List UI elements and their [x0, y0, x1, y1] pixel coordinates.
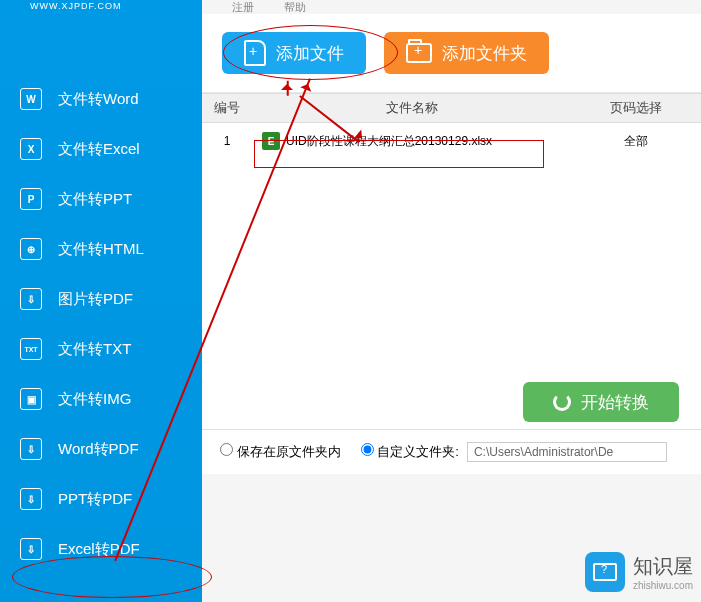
sidebar-item-label: 文件转IMG: [58, 390, 131, 409]
document-plus-icon: [244, 40, 266, 66]
menu-strip: 注册 帮助: [202, 0, 701, 14]
file-table: 编号 文件名称 页码选择 1 E UID阶段性课程大纲汇总20130129.xl…: [202, 93, 701, 159]
pdf-icon: ⇩: [20, 538, 42, 560]
pdf-icon: ⇩: [20, 288, 42, 310]
sidebar-item-label: 文件转Excel: [58, 140, 140, 159]
sidebar-item-label: 文件转Word: [58, 90, 139, 109]
txt-icon: TXT: [20, 338, 42, 360]
add-file-label: 添加文件: [276, 42, 344, 65]
header-url: WWW.XJPDF.COM: [30, 1, 122, 11]
pdf-icon: ⇩: [20, 438, 42, 460]
col-header-page: 页码选择: [571, 99, 701, 117]
sidebar-item-label: 文件转TXT: [58, 340, 131, 359]
sidebar-item-file-to-word[interactable]: W 文件转Word: [0, 74, 202, 124]
word-icon: W: [20, 88, 42, 110]
sidebar-item-ppt-to-pdf[interactable]: ⇩ PPT转PDF: [0, 474, 202, 524]
sidebar-item-file-to-ppt[interactable]: P 文件转PPT: [0, 174, 202, 224]
folder-plus-icon: [406, 43, 432, 63]
cell-page: 全部: [571, 133, 701, 150]
sidebar-item-image-to-pdf[interactable]: ⇩ 图片转PDF: [0, 274, 202, 324]
cell-filename: E UID阶段性课程大纲汇总20130129.xlsx: [252, 132, 571, 150]
sidebar-item-excel-to-pdf[interactable]: ⇩ Excel转PDF: [0, 524, 202, 574]
save-original-radio[interactable]: 保存在原文件夹内: [220, 443, 341, 461]
sidebar-item-word-to-pdf[interactable]: ⇩ Word转PDF: [0, 424, 202, 474]
sidebar-item-label: 文件转HTML: [58, 240, 144, 259]
sidebar-item-label: Word转PDF: [58, 440, 139, 459]
refresh-icon: [553, 393, 571, 411]
sidebar-item-label: 文件转PPT: [58, 190, 132, 209]
toolbar: 添加文件 添加文件夹: [202, 14, 701, 93]
sidebar-item-label: 图片转PDF: [58, 290, 133, 309]
ppt-icon: P: [20, 188, 42, 210]
sidebar: W 文件转Word X 文件转Excel P 文件转PPT ⊕ 文件转HTML …: [0, 14, 202, 602]
watermark-sub: zhishiwu.com: [633, 580, 693, 591]
add-folder-label: 添加文件夹: [442, 42, 527, 65]
watermark-badge-icon: [585, 552, 625, 592]
sidebar-item-file-to-img[interactable]: ▣ 文件转IMG: [0, 374, 202, 424]
start-label: 开始转换: [581, 391, 649, 414]
html-icon: ⊕: [20, 238, 42, 260]
pdf-icon: ⇩: [20, 488, 42, 510]
menu-help[interactable]: 帮助: [284, 0, 306, 15]
add-file-button[interactable]: 添加文件: [222, 32, 366, 74]
sidebar-item-label: PPT转PDF: [58, 490, 132, 509]
sidebar-item-file-to-html[interactable]: ⊕ 文件转HTML: [0, 224, 202, 274]
col-header-no: 编号: [202, 99, 252, 117]
main-area: 注册 帮助 添加文件 添加文件夹 编号 文件名称 页码选择 1 E UID阶段性…: [202, 0, 701, 602]
excel-file-icon: E: [262, 132, 280, 150]
col-header-name: 文件名称: [252, 99, 571, 117]
output-path-field[interactable]: C:\Users\Administrator\De: [467, 442, 667, 462]
save-custom-radio[interactable]: 自定义文件夹:: [361, 443, 459, 461]
radio-original[interactable]: [220, 443, 233, 456]
menu-register[interactable]: 注册: [232, 0, 254, 15]
watermark: 知识屋 zhishiwu.com: [585, 552, 693, 592]
sidebar-item-file-to-txt[interactable]: TXT 文件转TXT: [0, 324, 202, 374]
cell-no: 1: [202, 134, 252, 148]
start-convert-button[interactable]: 开始转换: [523, 382, 679, 422]
excel-icon: X: [20, 138, 42, 160]
img-icon: ▣: [20, 388, 42, 410]
radio-custom[interactable]: [361, 443, 374, 456]
table-row[interactable]: 1 E UID阶段性课程大纲汇总20130129.xlsx 全部: [202, 123, 701, 159]
watermark-title: 知识屋: [633, 553, 693, 580]
sidebar-logo-area: [0, 14, 202, 74]
table-header: 编号 文件名称 页码选择: [202, 93, 701, 123]
filename-text: UID阶段性课程大纲汇总20130129.xlsx: [286, 133, 492, 150]
sidebar-item-file-to-excel[interactable]: X 文件转Excel: [0, 124, 202, 174]
sidebar-item-label: Excel转PDF: [58, 540, 140, 559]
footer-bar: 开始转换 保存在原文件夹内 自定义文件夹: C:\Users\Administr…: [202, 429, 701, 474]
add-folder-button[interactable]: 添加文件夹: [384, 32, 549, 74]
